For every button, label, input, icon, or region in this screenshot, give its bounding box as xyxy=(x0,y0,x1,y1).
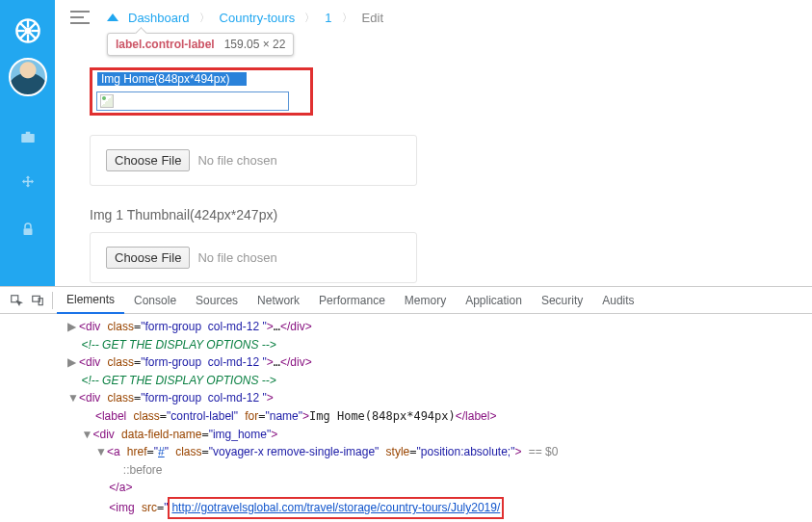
chevron-right-icon: 〉 xyxy=(199,11,210,25)
breadcrumb-action: Edit xyxy=(362,11,383,25)
breadcrumb-resource[interactable]: Country-tours xyxy=(220,11,296,25)
chevron-right-icon: 〉 xyxy=(342,11,353,25)
no-file-text-2: No file chosen xyxy=(197,250,276,265)
file-row-1: Choose File No file chosen xyxy=(90,135,417,186)
inspect-element-icon[interactable] xyxy=(6,294,27,307)
svg-line-7 xyxy=(30,33,36,39)
svg-line-9 xyxy=(30,23,36,29)
breadcrumb-dashboard[interactable]: Dashboard xyxy=(128,11,190,25)
tooltip-dimensions: 159.05 × 22 xyxy=(224,38,286,51)
main-content: Dashboard 〉 Country-tours 〉 1 〉 Edit lab… xyxy=(55,0,812,286)
app-logo-icon[interactable] xyxy=(9,12,47,50)
devtools: Elements Console Sources Network Perform… xyxy=(0,286,812,522)
form-panel: Img Home(848px*494px) Choose File No fil… xyxy=(90,67,417,283)
home-icon xyxy=(107,10,118,21)
move-icon[interactable] xyxy=(9,164,47,202)
tab-security[interactable]: Security xyxy=(532,288,592,313)
chevron-right-icon: 〉 xyxy=(304,11,315,25)
choose-file-button-1[interactable]: Choose File xyxy=(106,149,190,171)
avatar[interactable] xyxy=(9,58,47,96)
tab-audits[interactable]: Audits xyxy=(592,288,643,313)
inspected-label: Img Home(848px*494px) xyxy=(97,72,247,86)
tab-sources[interactable]: Sources xyxy=(186,288,248,313)
image-preview-box[interactable] xyxy=(96,91,289,111)
device-toggle-icon[interactable] xyxy=(27,294,48,307)
no-file-text-1: No file chosen xyxy=(197,153,276,168)
tab-network[interactable]: Network xyxy=(248,288,309,313)
img-home-field-highlight: Img Home(848px*494px) xyxy=(90,67,313,116)
svg-rect-10 xyxy=(21,134,35,143)
svg-rect-12 xyxy=(23,228,32,235)
choose-file-button-2[interactable]: Choose File xyxy=(106,247,190,269)
menu-toggle-icon[interactable] xyxy=(70,6,93,29)
briefcase-icon[interactable] xyxy=(9,117,47,156)
file-row-2: Choose File No file chosen xyxy=(90,232,417,283)
left-sidebar xyxy=(0,0,55,286)
tab-console[interactable]: Console xyxy=(124,288,186,313)
breadcrumb: Dashboard 〉 Country-tours 〉 1 〉 Edit xyxy=(107,11,383,25)
tab-performance[interactable]: Performance xyxy=(309,288,395,313)
lock-icon[interactable] xyxy=(9,210,47,248)
tab-elements[interactable]: Elements xyxy=(57,287,124,314)
svg-rect-11 xyxy=(25,132,30,134)
tab-application[interactable]: Application xyxy=(456,288,532,313)
tab-memory[interactable]: Memory xyxy=(395,288,456,313)
svg-line-6 xyxy=(19,23,25,29)
svg-line-8 xyxy=(19,33,25,39)
thumbnail-label: Img 1 Thumbnail(424px*247px) xyxy=(90,207,417,222)
img-src-url[interactable]: http://gotravelsglobal.com/travel/storag… xyxy=(171,501,500,514)
inspector-tooltip: label.control-label 159.05 × 22 xyxy=(107,33,294,56)
topbar: Dashboard 〉 Country-tours 〉 1 〉 Edit xyxy=(70,0,802,35)
devtools-tabs: Elements Console Sources Network Perform… xyxy=(0,287,812,314)
breadcrumb-id[interactable]: 1 xyxy=(325,11,331,25)
devtools-elements-tree[interactable]: ▶<div class="form-group col-md-12 ">…</d… xyxy=(0,314,812,522)
tooltip-selector: label.control-label xyxy=(116,38,215,51)
broken-image-icon xyxy=(100,94,114,108)
